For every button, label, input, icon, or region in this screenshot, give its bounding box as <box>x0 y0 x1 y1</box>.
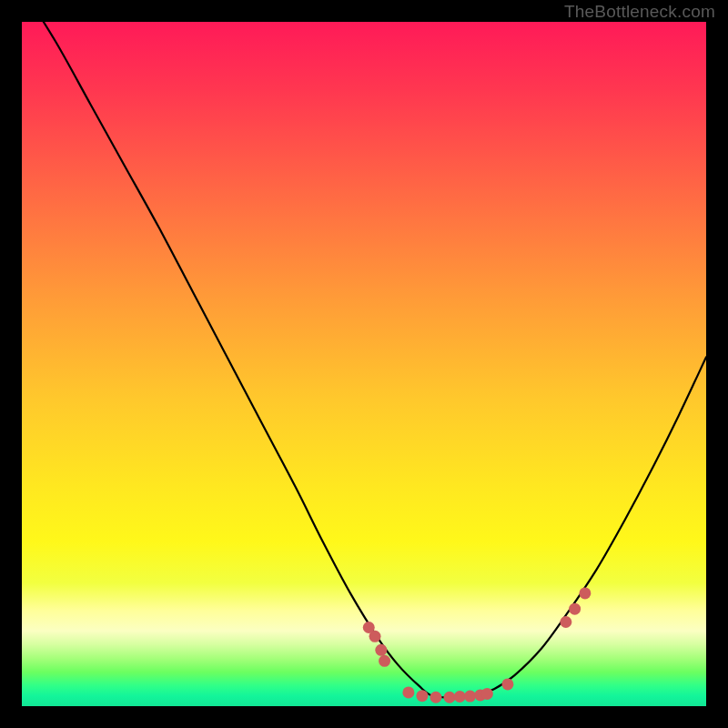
watermark-text: TheBottleneck.com <box>564 2 715 22</box>
plot-area <box>22 22 706 706</box>
marker-dot <box>379 655 390 667</box>
marker-dot <box>579 587 591 599</box>
marker-dot <box>430 692 441 703</box>
chart-svg <box>22 22 706 706</box>
marker-dot <box>444 692 456 703</box>
marker-dot <box>464 691 476 703</box>
marker-dot <box>560 616 571 628</box>
marker-dot <box>369 631 381 642</box>
marker-dot <box>501 678 513 690</box>
marker-dot <box>454 691 466 703</box>
marker-dot <box>375 644 387 656</box>
chart-container: TheBottleneck.com <box>0 0 728 728</box>
bottleneck-curve <box>22 22 706 697</box>
marker-dot <box>481 688 493 700</box>
marker-dot <box>402 686 414 698</box>
curve-markers <box>363 587 592 703</box>
marker-dot <box>416 690 428 702</box>
marker-dot <box>569 603 581 615</box>
